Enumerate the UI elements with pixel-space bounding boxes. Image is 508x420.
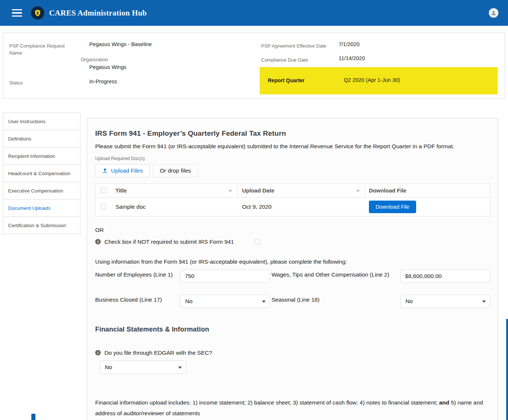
edgar-question-line: i Do you file through EDGAR with the SEC… — [95, 350, 490, 356]
document-uploads-panel: IRS Form 941 - Employer’s Quarterly Fede… — [87, 118, 498, 420]
seasonal-label: Seasonal (Line 18) — [270, 295, 400, 305]
sidebar-item-user-instructions[interactable]: User Instructions — [3, 112, 80, 130]
note-text: Financial information upload includes: 1… — [95, 399, 439, 406]
user-icon — [491, 10, 497, 16]
organization-value: Pegasus Wings — [89, 64, 127, 70]
edgar-value: No — [105, 364, 112, 371]
dropdown-arrow-icon — [482, 301, 486, 303]
file-drop-zone[interactable]: Or drop files — [153, 164, 198, 177]
section-sidebar: User Instructions Definitions Recipient … — [3, 112, 80, 234]
sidebar-item-executive-compensation[interactable]: Executive Compensation — [3, 182, 80, 199]
app-header: CARES Administration Hub — [0, 0, 508, 26]
note-bold: and — [439, 399, 449, 406]
wages-label: Wages, Tips and Other Compensation (Line… — [270, 270, 400, 280]
report-quarter-value: Q2 2020 (Apr 1-Jun 30) — [344, 77, 400, 83]
column-header-upload-date: Upload Date — [242, 187, 274, 194]
status-value: In-Progress — [89, 79, 117, 84]
request-name-label: PSP Compliance Request Name — [9, 43, 71, 57]
status-label: Status — [9, 80, 23, 87]
info-icon[interactable]: i — [95, 350, 101, 355]
employees-label: Number of Employees (Line 1) — [95, 270, 180, 280]
or-label: OR — [95, 227, 490, 233]
dropdown-arrow-icon — [178, 367, 182, 369]
form941-title: IRS Form 941 - Employer’s Quarterly Fede… — [95, 129, 490, 138]
chevron-down-icon[interactable] — [356, 188, 360, 193]
user-avatar[interactable] — [489, 8, 498, 18]
request-name-value: Pegasus Wings - Baseline — [89, 41, 152, 47]
wages-input[interactable] — [400, 270, 490, 283]
column-header-download-file: Download File — [369, 187, 407, 194]
drop-files-label: Or drop files — [160, 167, 191, 174]
documents-table: Title Upload Date Download File Sa — [95, 183, 490, 216]
scroll-artifact — [31, 414, 35, 420]
effective-date-label: PSP Agreement Effective Date — [261, 43, 326, 50]
menu-icon[interactable] — [12, 9, 22, 17]
sidebar-item-headcount-compensation[interactable]: Headcount & Compensation — [3, 164, 80, 182]
column-header-title: Title — [115, 187, 127, 194]
sidebar-item-recipient-information[interactable]: Recipient Information — [3, 147, 80, 165]
select-all-checkbox[interactable] — [101, 188, 106, 193]
scrollbar-thumb[interactable] — [506, 319, 508, 420]
not-required-line: i Check box if NOT required to submit IR… — [95, 239, 490, 245]
document-upload-date: Oct 9, 2020 — [242, 204, 272, 210]
sidebar-item-definitions[interactable]: Definitions — [3, 130, 80, 147]
document-title: Sample doc — [115, 204, 146, 210]
info-icon[interactable]: i — [95, 239, 101, 244]
form941-fields: Number of Employees (Line 1) Wages, Tips… — [95, 270, 490, 308]
table-row: Sample doc Oct 9, 2020 Download File — [96, 198, 490, 216]
complete-following-text: Using information from the Form 941 (or … — [95, 258, 490, 265]
upload-files-label: Upload Files — [111, 167, 143, 174]
content-row: User Instructions Definitions Recipient … — [3, 112, 498, 420]
compliance-summary-card: PSP Compliance Request Name Pegasus Wing… — [3, 32, 505, 99]
edgar-question: Do you file through EDGAR with the SEC? — [104, 350, 212, 356]
upload-required-label: Upload Required Doc(s) — [95, 156, 490, 161]
not-required-label: Check box if NOT required to submit IRS … — [104, 239, 234, 245]
sidebar-item-document-uploads[interactable]: Document Uploads — [3, 199, 80, 217]
table-header-row: Title Upload Date Download File — [96, 184, 490, 198]
row-checkbox[interactable] — [101, 204, 106, 209]
effective-date-value: 7/1/2020 — [339, 41, 359, 47]
sidebar-item-certification-submission[interactable]: Certification & Submission — [3, 216, 80, 234]
organization-label: Organization — [81, 56, 108, 63]
seasonal-value: No — [405, 298, 413, 305]
shield-icon — [34, 9, 42, 17]
not-required-checkbox[interactable] — [255, 239, 260, 244]
seasonal-select[interactable]: No — [400, 295, 490, 308]
app-logo — [31, 6, 44, 20]
dropdown-arrow-icon — [262, 301, 266, 303]
report-quarter-highlight: Report Quarter Q2 2020 (Apr 1-Jun 30) — [260, 67, 498, 94]
employees-input[interactable] — [180, 270, 270, 283]
form941-instructions: Please submit the Form 941 (or IRS-accep… — [95, 141, 490, 152]
chevron-down-icon[interactable] — [228, 188, 233, 193]
business-closed-label: Business Closed (Line 17) — [95, 295, 180, 305]
report-quarter-label: Report Quarter — [268, 77, 305, 83]
business-closed-value: No — [185, 298, 193, 305]
business-closed-select[interactable]: No — [180, 295, 270, 308]
edgar-select[interactable]: No — [100, 361, 186, 374]
download-file-button[interactable]: Download File — [369, 201, 416, 213]
financial-upload-note: Financial information upload includes: 1… — [95, 398, 490, 419]
due-date-label: Compliance Due Date — [261, 57, 308, 64]
upload-files-button[interactable]: Upload Files — [95, 164, 150, 177]
upload-icon — [102, 168, 108, 173]
financial-section-title: Financial Statements & Information — [95, 326, 490, 333]
due-date-value: 11/14/2020 — [339, 55, 365, 61]
upload-controls: Upload Files Or drop files — [95, 164, 490, 177]
app-title: CARES Administration Hub — [49, 8, 147, 18]
